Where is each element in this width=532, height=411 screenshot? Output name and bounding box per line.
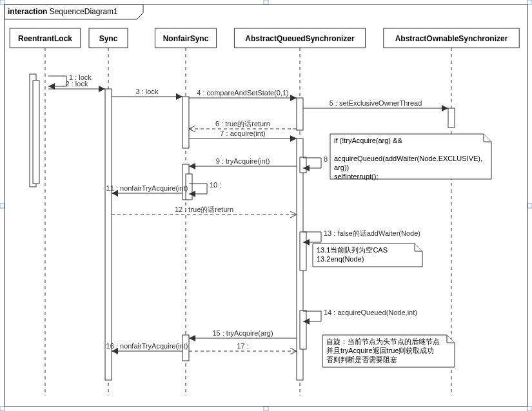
note-line: 自旋：当前节点为头节点的后继节点 [326, 338, 440, 345]
handle [527, 204, 532, 208]
svg-rect-7 [297, 98, 303, 130]
note-line: 13.2enq(Node) [317, 255, 364, 263]
message-label: 9 : tryAcquire(int) [216, 157, 270, 165]
message-self [48, 76, 66, 86]
message-label: 7 : acquire(int) [220, 129, 265, 137]
note-fold [415, 244, 422, 251]
svg-rect-11 [300, 311, 306, 349]
message-label: 6 : true的话return [215, 120, 270, 128]
note-line: selfInterrupt(); [334, 173, 378, 180]
svg-rect-12 [448, 108, 455, 128]
note-line: 并且tryAcquire返回true则获取成功 [326, 347, 434, 354]
message-label: 16 : nonfairTryAcquire(int) [106, 342, 188, 350]
message-label: 12 : true的话return [175, 206, 233, 213]
svg-rect-1 [33, 81, 39, 184]
lifeline-label: ReentrantLock [18, 34, 72, 43]
note-line: 13.1当前队列为空CAS [317, 246, 388, 254]
svg-rect-9 [300, 157, 306, 173]
lifeline-label: AbstractOwnableSynchronizer [395, 34, 508, 43]
message-label: 3 : lock [136, 88, 159, 95]
note-line: 否则判断是否需要阻塞 [326, 356, 397, 363]
handle [0, 0, 5, 5]
message-label: 2 : lock [66, 80, 88, 88]
handle [0, 204, 5, 208]
note-line: if (!tryAcquire(arg) && [334, 137, 402, 144]
message-label: 13 : false的话addWaiter(Node) [324, 229, 420, 237]
svg-rect-2 [105, 89, 112, 380]
frame-title-prefix: interaction [8, 7, 47, 16]
message-label: 5 : setExclusiveOwnerThread [330, 99, 422, 107]
lifeline-label: AbstractQueuedSynchronizer [245, 34, 355, 43]
message-label: 11 : nonfairTryAcquire(int) [106, 184, 188, 192]
message-label: 14 : acquireQueued(Node,int) [324, 309, 417, 316]
note-line: acquireQueued(addWaiter(Node.EXCLUSIVE), [334, 155, 482, 162]
lifeline-label: NonfairSync [163, 34, 209, 43]
svg-rect-10 [300, 232, 306, 271]
note-fold [447, 335, 455, 343]
message-label: 4 : compareAndSetState(0,1) [197, 89, 288, 97]
notes: if (!tryAcquire(arg) &&acquireQueued(add… [313, 134, 491, 367]
message-label: 15 : tryAcquire(arg) [212, 329, 273, 337]
handle [264, 406, 268, 411]
sequence-diagram: interaction SequenceDiagram1 ReentrantLo… [0, 0, 532, 411]
message-label: 10 : [210, 181, 221, 189]
handle [527, 406, 532, 411]
handle [527, 0, 532, 5]
handle [0, 406, 5, 411]
handle [264, 0, 268, 5]
lifeline-label: Sync [99, 34, 118, 43]
note-line: arg)) [334, 164, 349, 171]
frame-title: interaction SequenceDiagram1 [8, 7, 118, 16]
frame-title-name: SequenceDiagram1 [50, 7, 118, 16]
svg-rect-3 [182, 97, 189, 148]
message-label: 17 : [237, 342, 248, 350]
